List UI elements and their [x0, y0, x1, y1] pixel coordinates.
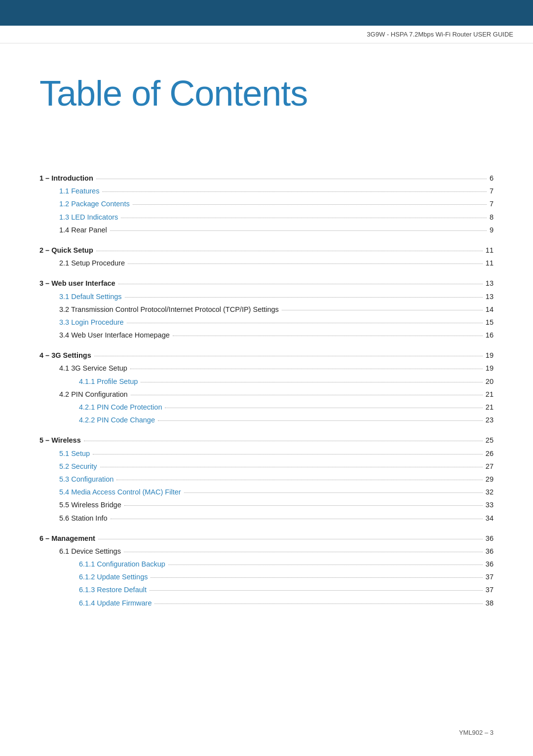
toc-entry-label: 6.1.4 Update Firmware — [79, 598, 152, 609]
toc-entry-dots — [168, 565, 483, 565]
toc-container: 1 – Introduction61.1 Features71.2 Packag… — [39, 173, 494, 609]
toc-entry-label: 4.2.2 PIN Code Change — [79, 415, 155, 426]
document-title: 3G9W - HSPA 7.2Mbps Wi-Fi Router USER GU… — [367, 31, 513, 38]
toc-entry-page: 37 — [486, 584, 494, 596]
toc-entry-dots — [96, 251, 483, 251]
toc-entry-label: 6.1.3 Restore Default — [79, 584, 147, 596]
toc-entry-dots — [96, 179, 487, 179]
footer: YML902 – 3 — [459, 729, 494, 736]
toc-entry: 6.1.1 Configuration Backup36 — [39, 559, 494, 570]
toc-entry-dots — [133, 204, 487, 205]
toc-entry-page: 8 — [490, 212, 494, 223]
toc-entry-page: 13 — [486, 278, 494, 289]
toc-entry-dots — [98, 539, 483, 539]
toc-entry-page: 21 — [486, 402, 494, 413]
toc-entry-page: 6 — [490, 173, 494, 184]
toc-group-1: 2 – Quick Setup112.1 Setup Procedure11 — [39, 245, 494, 269]
toc-group-4: 5 – Wireless255.1 Setup265.2 Security275… — [39, 435, 494, 524]
toc-entry: 4.1.1 Profile Setup20 — [39, 376, 494, 387]
toc-entry: 5.2 Security27 — [39, 461, 494, 472]
toc-entry-label: 6 – Management — [39, 533, 95, 544]
toc-entry-dots — [116, 480, 482, 480]
toc-entry-label: 3.2 Transmission Control Protocol/Intern… — [59, 304, 279, 315]
toc-entry: 6.1.2 Update Settings37 — [39, 571, 494, 583]
toc-entry-dots — [94, 356, 483, 356]
toc-entry-dots — [154, 604, 482, 604]
toc-entry-page: 37 — [486, 571, 494, 583]
toc-group-0: 1 – Introduction61.1 Features71.2 Packag… — [39, 173, 494, 236]
toc-entry-page: 33 — [486, 499, 494, 511]
toc-entry-dots — [110, 230, 487, 231]
toc-entry: 4.2 PIN Configuration21 — [39, 389, 494, 400]
toc-entry-page: 13 — [486, 291, 494, 302]
toc-entry: 5.5 Wireless Bridge33 — [39, 499, 494, 511]
toc-entry: 6 – Management36 — [39, 533, 494, 544]
toc-entry-page: 15 — [486, 317, 494, 328]
toc-entry-label: 4.2 PIN Configuration — [59, 389, 128, 400]
toc-entry: 1.4 Rear Panel9 — [39, 225, 494, 236]
toc-entry: 3.1 Default Settings13 — [39, 291, 494, 302]
toc-entry-page: 26 — [486, 448, 494, 459]
toc-entry-page: 27 — [486, 461, 494, 472]
toc-entry: 5 – Wireless25 — [39, 435, 494, 446]
toc-entry-dots — [100, 467, 483, 467]
toc-entry-dots — [131, 395, 483, 395]
toc-entry-dots — [111, 519, 483, 519]
toc-entry-page: 9 — [490, 225, 494, 236]
toc-entry-label: 3.4 Web User Interface Homepage — [59, 330, 170, 341]
toc-entry: 1.1 Features7 — [39, 186, 494, 197]
toc-entry-label: 3.3 Login Procedure — [59, 317, 124, 328]
toc-entry: 3.2 Transmission Control Protocol/Intern… — [39, 304, 494, 315]
toc-entry-dots — [141, 382, 483, 382]
toc-entry-label: 4.1.1 Profile Setup — [79, 376, 138, 387]
toc-entry-label: 5.1 Setup — [59, 448, 90, 459]
toc-entry-label: 1 – Introduction — [39, 173, 93, 184]
toc-entry-page: 25 — [486, 435, 494, 446]
toc-entry-label: 1.2 Package Contents — [59, 198, 130, 210]
toc-entry-label: 5.4 Media Access Control (MAC) Filter — [59, 487, 181, 498]
toc-entry-dots — [282, 310, 483, 310]
toc-entry-page: 23 — [486, 415, 494, 426]
toc-entry: 5.4 Media Access Control (MAC) Filter32 — [39, 487, 494, 498]
header-subtitle-bar: 3G9W - HSPA 7.2Mbps Wi-Fi Router USER GU… — [0, 26, 533, 43]
toc-entry: 4.2.1 PIN Code Protection21 — [39, 402, 494, 413]
toc-entry-page: 20 — [486, 376, 494, 387]
toc-entry-label: 5.3 Configuration — [59, 474, 114, 485]
toc-entry-page: 7 — [490, 198, 494, 210]
toc-entry-page: 21 — [486, 389, 494, 400]
toc-entry-dots — [150, 590, 483, 591]
toc-entry: 4.1 3G Service Setup19 — [39, 363, 494, 374]
toc-entry-dots — [151, 577, 482, 578]
toc-entry-dots — [173, 336, 483, 336]
toc-entry-dots — [125, 297, 483, 298]
toc-entry: 5.6 Station Info34 — [39, 513, 494, 524]
toc-group-3: 4 – 3G Settings194.1 3G Service Setup194… — [39, 350, 494, 426]
toc-entry-dots — [127, 323, 483, 323]
toc-entry: 2.1 Setup Procedure11 — [39, 258, 494, 269]
toc-entry-dots — [121, 218, 487, 218]
toc-entry-label: 2.1 Setup Procedure — [59, 258, 125, 269]
toc-entry-page: 29 — [486, 474, 494, 485]
toc-entry-page: 16 — [486, 330, 494, 341]
toc-entry: 5.3 Configuration29 — [39, 474, 494, 485]
toc-group-5: 6 – Management366.1 Device Settings366.1… — [39, 533, 494, 609]
toc-entry-page: 14 — [486, 304, 494, 315]
toc-entry-dots — [128, 264, 483, 264]
toc-entry: 3.4 Web User Interface Homepage16 — [39, 330, 494, 341]
toc-entry-page: 19 — [486, 363, 494, 374]
toc-entry-label: 1.3 LED Indicators — [59, 212, 118, 223]
toc-entry-label: 6.1.1 Configuration Backup — [79, 559, 165, 570]
toc-entry-label: 3.1 Default Settings — [59, 291, 122, 302]
toc-entry-page: 36 — [486, 546, 494, 557]
toc-entry-dots — [102, 191, 487, 192]
toc-entry: 1.3 LED Indicators8 — [39, 212, 494, 223]
toc-entry-dots — [124, 552, 483, 552]
toc-entry-label: 5 – Wireless — [39, 435, 81, 446]
toc-entry-label: 6.1 Device Settings — [59, 546, 121, 557]
toc-entry: 3.3 Login Procedure15 — [39, 317, 494, 328]
header-bar — [0, 0, 533, 26]
toc-entry-label: 5.5 Wireless Bridge — [59, 499, 121, 511]
toc-entry-label: 5.2 Security — [59, 461, 97, 472]
toc-entry-label: 5.6 Station Info — [59, 513, 108, 524]
toc-entry: 2 – Quick Setup11 — [39, 245, 494, 256]
